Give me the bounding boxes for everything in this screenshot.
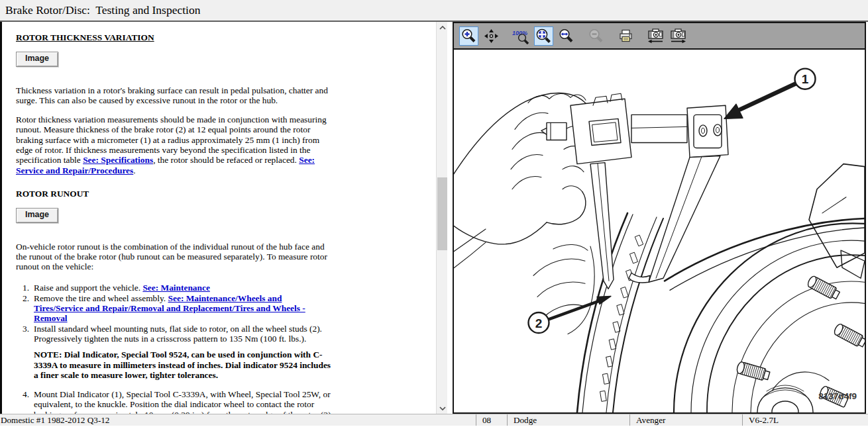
figure-code: 8137d4f9: [818, 391, 857, 401]
list-number: 3.: [23, 324, 34, 344]
paragraph-thickness-intro: Thickness variation in a rotor's braking…: [16, 85, 337, 106]
zoom-in-button[interactable]: [459, 26, 478, 46]
list-item: 3. Install standard wheel mounting nuts,…: [23, 324, 337, 344]
status-vehicle-make: Dodge: [507, 414, 629, 426]
svg-text:2: 2: [535, 316, 543, 330]
previous-image-icon: [647, 27, 665, 44]
scroll-up-arrow-icon[interactable]: [437, 22, 448, 33]
wheel-stud: [736, 361, 771, 382]
zoom-100-icon: 100%: [512, 28, 530, 44]
wheel-stud: [806, 275, 841, 301]
image-button-runout[interactable]: Image: [16, 208, 58, 222]
status-vehicle-engine: V6-2.7L: [742, 414, 868, 426]
list-item: 2. Remove the tire and wheel assembly. S…: [23, 293, 337, 324]
rotor-edge-illustration: [577, 213, 663, 412]
note-block: NOTE: Dial Indicator, Special Tool 9524,…: [34, 350, 333, 380]
status-coverage: Domestic #1 1982-2012 Q3-12: [0, 414, 476, 426]
image-viewer-pane: 100%: [453, 22, 866, 414]
list-text: Mount Dial Indicator (1), Special Tool C…: [34, 389, 333, 414]
callout-1: 1: [724, 69, 816, 119]
list-text: Remove the tire and wheel assembly.: [34, 293, 168, 303]
image-canvas[interactable]: 1 2 8137d4f9: [454, 50, 865, 412]
scroll-down-arrow-icon[interactable]: [437, 403, 448, 414]
status-vehicle-model: Avenger: [629, 414, 742, 426]
paragraph-text: , the rotor should be refaced or replace…: [153, 155, 299, 165]
micrometer-tool-illustration: [541, 93, 728, 289]
zoom-out-icon: [588, 28, 604, 44]
zoom-100-button[interactable]: 100%: [512, 26, 531, 46]
procedure-list: 1. Raise and support the vehicle. See: M…: [23, 283, 337, 344]
zoom-out-button[interactable]: [586, 26, 606, 46]
list-number: 2.: [23, 293, 34, 324]
paragraph-thickness-procedure: Rotor thickness variation measurements s…: [16, 115, 337, 175]
list-number: 1.: [23, 283, 34, 293]
status-bar: Domestic #1 1982-2012 Q3-12 08 Dodge Ave…: [0, 414, 868, 426]
fit-to-window-icon: [535, 28, 552, 44]
document-scrollbar[interactable]: [436, 22, 447, 414]
zoom-horizontal-icon: [558, 28, 574, 44]
fit-to-window-button[interactable]: [534, 26, 553, 46]
paragraph-runout-intro: On-vehicle rotor runout is the combinati…: [16, 242, 337, 272]
pan-icon: [483, 28, 500, 44]
hub-center-cap: [757, 385, 813, 412]
list-number: 4.: [23, 389, 34, 414]
zoom-in-icon: [461, 28, 477, 44]
content-area: ROTOR THICKNESS VARIATION Image Thicknes…: [0, 22, 868, 414]
print-icon: [618, 28, 634, 44]
status-vehicle-year: 08: [476, 414, 507, 426]
list-item: 4. Mount Dial Indicator (1), Special Too…: [23, 389, 337, 414]
svg-text:1: 1: [802, 72, 809, 86]
scrollbar-thumb[interactable]: [437, 177, 447, 250]
print-button[interactable]: [616, 26, 635, 46]
procedure-list-continued: 4. Mount Dial Indicator (1), Special Too…: [23, 389, 337, 414]
document-pane: ROTOR THICKNESS VARIATION Image Thicknes…: [2, 22, 436, 414]
section-heading-rotor-runout: ROTOR RUNOUT: [16, 189, 337, 199]
list-text: Raise and support the vehicle.: [34, 283, 142, 293]
window-title-bar: Brake Rotor/Disc: Testing and Inspection: [0, 0, 868, 22]
previous-image-button[interactable]: [646, 26, 665, 46]
pan-button[interactable]: [482, 26, 501, 46]
wheel-stud: [833, 323, 865, 349]
image-button-thickness[interactable]: Image: [16, 52, 58, 66]
next-image-button[interactable]: [669, 26, 688, 46]
next-image-icon: [669, 27, 687, 44]
link-see-specifications[interactable]: See: Specifications: [83, 155, 153, 165]
link-see-maintenance[interactable]: See: Maintenance: [142, 283, 210, 293]
paragraph-text: .: [133, 166, 135, 175]
list-text: Install standard wheel mounting nuts, fl…: [34, 324, 333, 344]
image-toolbar: 100%: [454, 23, 865, 50]
page-title: Brake Rotor/Disc: Testing and Inspection: [5, 3, 200, 17]
pane-gap: [447, 22, 453, 414]
list-item: 1. Raise and support the vehicle. See: M…: [23, 283, 337, 293]
zoom-horizontal-button[interactable]: [557, 26, 576, 46]
section-heading-rotor-thickness-variation: ROTOR THICKNESS VARIATION: [16, 32, 337, 42]
